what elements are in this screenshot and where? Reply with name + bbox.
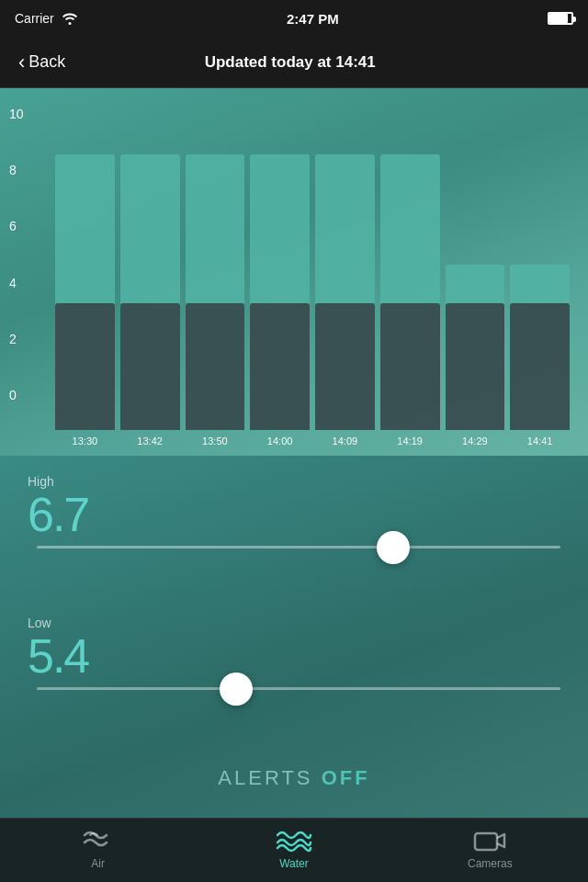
wind-icon (81, 828, 116, 854)
nav-bar: ‹ Back Updated today at 14:41 (0, 37, 588, 88)
wifi-icon (62, 12, 78, 25)
bar-inner (315, 303, 375, 430)
y-axis: 0 2 4 6 8 10 (9, 107, 24, 402)
back-chevron-icon: ‹ (18, 51, 25, 74)
x-label: 13:30 (55, 435, 115, 447)
bar-inner (250, 303, 310, 430)
status-time: 2:47 PM (287, 11, 339, 27)
battery-icon (548, 12, 573, 25)
chart-inner: 0 2 4 6 8 10 (55, 107, 570, 430)
back-label: Back (28, 52, 65, 72)
low-slider-section: Low 5.4 (28, 616, 560, 690)
x-label: 13:42 (120, 435, 180, 447)
carrier-label: Carrier (15, 11, 54, 26)
wave-icon (276, 828, 312, 854)
chart-container: 0 2 4 6 8 10 (55, 107, 570, 447)
tab-label-water: Water (279, 857, 309, 870)
alerts-status: OFF (322, 766, 370, 789)
camera-icon (473, 828, 506, 854)
high-slider-section: High 6.7 (28, 474, 560, 548)
nav-title: Updated today at 14:41 (205, 53, 376, 72)
alerts-row[interactable]: ALERTS OFF (28, 757, 560, 799)
bar-group (446, 154, 505, 430)
high-slider-track[interactable] (37, 546, 560, 548)
tab-label-air: Air (91, 857, 105, 870)
x-label: 14:19 (380, 435, 440, 447)
x-label: 14:41 (510, 435, 570, 447)
status-bar: Carrier 2:47 PM (0, 0, 588, 37)
bar-group (380, 154, 440, 430)
bars-wrapper (55, 154, 570, 430)
svg-rect-0 (475, 833, 497, 850)
bar-group (315, 154, 375, 430)
tab-item-cameras[interactable]: Cameras (392, 828, 588, 874)
bar-inner (380, 303, 440, 430)
low-value: 5.4 (28, 632, 560, 680)
bar-group (120, 154, 180, 430)
bar-group (250, 154, 310, 430)
low-slider-thumb[interactable] (220, 673, 253, 706)
x-label: 14:09 (315, 435, 375, 447)
bar-group (55, 154, 115, 430)
low-label: Low (28, 616, 560, 630)
high-value: 6.7 (28, 491, 560, 538)
bar-inner (510, 303, 570, 430)
back-button[interactable]: ‹ Back (18, 51, 65, 74)
x-labels: 13:30 13:42 13:50 14:00 14:09 14:19 14:2… (55, 435, 570, 447)
high-slider-row[interactable] (28, 546, 560, 548)
bar-group (186, 154, 245, 430)
x-label: 13:50 (186, 435, 245, 447)
bar-inner (55, 303, 115, 430)
bar-inner (186, 303, 245, 430)
tab-item-air[interactable]: Air (0, 828, 196, 874)
high-label: High (28, 474, 560, 489)
x-label: 14:29 (446, 435, 505, 447)
x-label: 14:00 (250, 435, 310, 447)
bar-inner (120, 303, 180, 430)
main-content: High 6.7 Low 5.4 ALERTS OFF (0, 456, 588, 818)
bar-inner (446, 303, 505, 430)
chart-area: 0 2 4 6 8 10 (0, 88, 588, 456)
alerts-label: ALERTS OFF (218, 766, 369, 789)
status-left: Carrier (15, 11, 78, 26)
low-slider-row[interactable] (28, 687, 560, 690)
tab-item-water[interactable]: Water (196, 828, 391, 874)
tab-label-cameras: Cameras (468, 857, 513, 870)
tab-bar: Air Water Cameras (0, 818, 588, 882)
bar-group (510, 154, 570, 430)
high-slider-thumb[interactable] (377, 531, 410, 564)
status-right (548, 12, 573, 25)
low-slider-track[interactable] (37, 687, 560, 690)
